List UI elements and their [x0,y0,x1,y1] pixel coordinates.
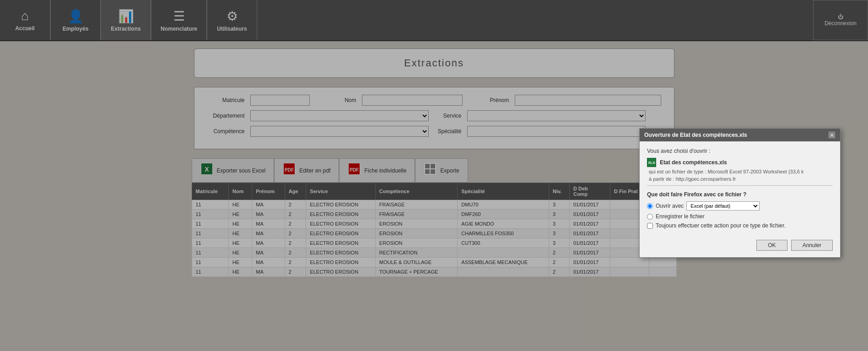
xls-icon: XLS [647,158,656,167]
dialog-overlay: Ouverture de Etat des compétences.xls ✕ … [0,0,868,351]
always-checkbox[interactable] [647,223,653,229]
dialog-close-button[interactable]: ✕ [828,131,836,139]
save-file-row: Enregistrer le fichier [647,213,833,220]
dialog-intro: Vous avez choisi d'ouvrir : [647,148,833,154]
dialog-file-row: XLS Etat des compétences.xls [647,158,833,167]
save-radio[interactable] [647,214,653,220]
save-label: Enregistrer le fichier [656,213,705,220]
dialog-titlebar: Ouverture de Etat des compétences.xls ✕ [640,129,840,141]
open-with-row: Ouvrir avec Excel (par défaut) [647,201,833,211]
dialog-box: Ouverture de Etat des compétences.xls ✕ … [639,128,841,258]
dialog-filename: Etat des compétences.xls [660,159,727,166]
dialog-source: à partir de : http://gpec.cerospartners.… [647,176,833,182]
always-checkbox-row: Toujours effectuer cette action pour ce … [647,222,833,229]
dialog-filetype: qui est un fichier de type : Microsoft E… [647,169,833,174]
dialog-question: Que doit faire Firefox avec ce fichier ? [647,191,833,198]
open-with-label: Ouvrir avec [656,203,684,209]
open-with-radio[interactable] [647,203,653,209]
dialog-ok-button[interactable]: OK [756,240,787,251]
dialog-body: Vous avez choisi d'ouvrir : XLS Etat des… [640,141,840,240]
dialog-title: Ouverture de Etat des compétences.xls [644,132,747,138]
dialog-buttons: OK Annuler [640,240,840,257]
open-with-select[interactable]: Excel (par défaut) [686,201,760,211]
always-label: Toujours effectuer cette action pour ce … [656,222,786,229]
dialog-cancel-button[interactable]: Annuler [791,240,833,251]
